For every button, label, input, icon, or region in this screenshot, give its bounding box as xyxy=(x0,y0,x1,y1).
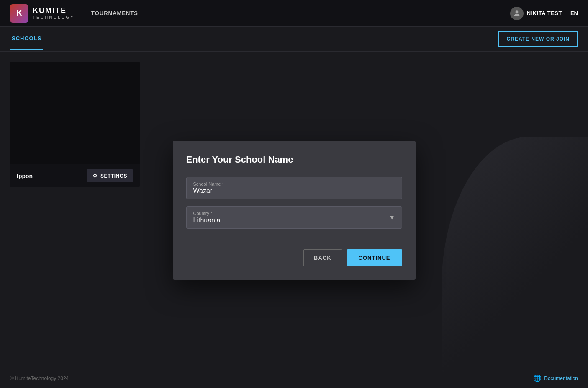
logo[interactable]: K KUMITE TECHNOLOGY xyxy=(10,4,74,23)
modal-overlay: Enter Your School Name School Name * Waz… xyxy=(0,52,588,369)
main-content: Ippon ⚙ SETTINGS Enter Your School Name … xyxy=(0,52,588,369)
create-new-button[interactable]: CREATE NEW OR JOIN xyxy=(498,31,578,47)
logo-text: KUMITE TECHNOLOGY xyxy=(33,7,74,20)
nav-tournaments[interactable]: TOURNAMENTS xyxy=(91,10,138,16)
tab-schools[interactable]: SCHOOLS xyxy=(10,28,43,50)
country-label: Country * xyxy=(193,211,221,216)
navbar-right: NIKITA TEST EN xyxy=(510,7,578,20)
globe-icon: 🌐 xyxy=(533,374,542,382)
navbar: K KUMITE TECHNOLOGY TOURNAMENTS NIKITA T… xyxy=(0,0,588,27)
school-name-label: School Name * xyxy=(193,181,395,186)
school-name-field-group: School Name * Wazari xyxy=(186,177,402,199)
logo-technology: TECHNOLOGY xyxy=(33,15,74,20)
country-field-group: Country * Lithuania ▼ xyxy=(186,206,402,229)
documentation-label: Documentation xyxy=(544,375,578,381)
modal-divider xyxy=(186,239,402,239)
footer: © KumiteTechnology 2024 🌐 Documentation xyxy=(0,368,588,388)
user-avatar-icon xyxy=(510,7,524,20)
user-info[interactable]: NIKITA TEST xyxy=(510,7,562,20)
sub-header: SCHOOLS CREATE NEW OR JOIN xyxy=(0,27,588,52)
logo-icon: K xyxy=(10,4,28,23)
back-button[interactable]: BACK xyxy=(303,249,342,266)
language-selector[interactable]: EN xyxy=(570,10,578,16)
chevron-down-icon: ▼ xyxy=(389,214,395,221)
svg-point-0 xyxy=(515,10,518,13)
logo-kumite: KUMITE xyxy=(33,7,74,15)
modal-dialog: Enter Your School Name School Name * Waz… xyxy=(173,141,416,280)
country-value: Lithuania xyxy=(193,217,221,224)
school-name-value[interactable]: Wazari xyxy=(193,187,395,195)
school-name-input[interactable]: School Name * Wazari xyxy=(186,177,402,199)
user-name: NIKITA TEST xyxy=(527,10,562,16)
footer-copyright: © KumiteTechnology 2024 xyxy=(10,375,69,381)
documentation-link[interactable]: 🌐 Documentation xyxy=(533,374,578,382)
continue-button[interactable]: CONTINUE xyxy=(347,249,402,266)
navbar-left: K KUMITE TECHNOLOGY TOURNAMENTS xyxy=(10,4,138,23)
modal-actions: BACK CONTINUE xyxy=(186,249,402,266)
modal-title: Enter Your School Name xyxy=(186,154,402,165)
country-select[interactable]: Country * Lithuania ▼ xyxy=(186,206,402,229)
